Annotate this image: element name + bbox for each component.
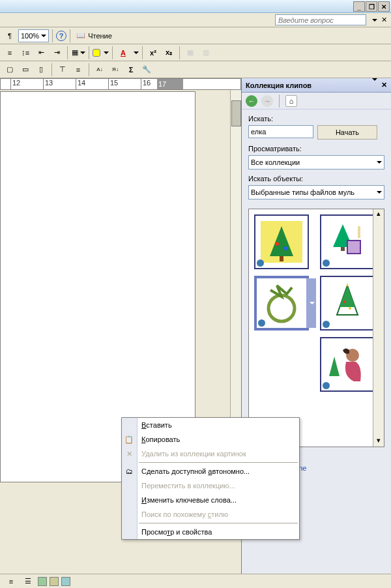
zoom-combo[interactable]: 100% — [18, 29, 49, 42]
superscript-button[interactable]: x² — [146, 46, 160, 60]
browse-select[interactable]: Все коллекции — [248, 155, 384, 169]
bullet-list-button[interactable]: ⫶≡ — [18, 46, 33, 60]
view-web-button[interactable] — [50, 577, 59, 586]
svg-point-13 — [349, 307, 351, 310]
view-draft-button[interactable] — [38, 577, 47, 586]
sort-asc-button[interactable]: А↓ — [93, 63, 107, 77]
numbered-list-button[interactable]: ≡ — [3, 46, 17, 60]
close-help-icon[interactable]: ✕ — [381, 16, 387, 24]
woman-tree-icon — [326, 344, 368, 385]
align-top-button[interactable]: ⊤ — [55, 63, 70, 77]
autosum-button[interactable]: Σ — [124, 63, 138, 77]
clip-item[interactable] — [320, 214, 375, 269]
sort-desc-button[interactable]: Я↓ — [108, 63, 123, 77]
ruler-margin: 17 — [157, 79, 183, 89]
results-area: ▴ ▾ — [248, 209, 384, 447]
menu-properties[interactable]: Просмотр и свойства — [122, 525, 299, 539]
help-button[interactable]: ? — [56, 31, 66, 41]
book-icon: 📖 — [76, 31, 85, 40]
svg-rect-2 — [280, 256, 283, 261]
reading-label: Чтение — [88, 32, 112, 40]
objects-label: Искать объекты: — [248, 175, 384, 183]
horizontal-ruler[interactable]: 12 13 14 15 16 17 — [0, 78, 241, 90]
chevron-down-icon — [377, 191, 382, 194]
ruler-tick: 14 — [76, 79, 85, 89]
tree-decorated-icon — [326, 282, 368, 324]
statusbar: ≡ ☰ — [0, 574, 391, 588]
clip-item[interactable] — [320, 337, 375, 392]
pane-title: Коллекция клипов — [246, 81, 311, 89]
menu-move: Переместить в коллекцию... — [122, 478, 299, 493]
chevron-down-icon[interactable] — [104, 51, 109, 54]
clip-item-selected[interactable] — [254, 276, 309, 331]
standard-toolbar: ¶ 100% ? 📖 Чтение — [0, 27, 391, 44]
ruler-tick: 15 — [108, 79, 118, 89]
svg-point-4 — [283, 246, 287, 250]
objects-select[interactable]: Выбранные типы файлов муль — [248, 185, 384, 199]
clip-dropdown-button[interactable] — [306, 278, 316, 328]
browse-label: Просматривать: — [248, 145, 384, 153]
nav-forward-button[interactable]: → — [261, 95, 273, 107]
pane-close-icon[interactable]: ✕ — [381, 81, 387, 89]
browse-value: Все коллекции — [251, 158, 300, 166]
decrease-indent-button[interactable]: ⇤ — [34, 46, 48, 60]
globe-icon — [257, 259, 264, 267]
menu-insert[interactable]: Вставить — [122, 418, 299, 432]
view-print-button[interactable] — [61, 577, 70, 586]
tree-yellow-icon — [261, 221, 302, 263]
clip-item[interactable] — [254, 214, 309, 269]
view-outline-button[interactable]: ☰ — [21, 574, 35, 589]
svg-marker-14 — [346, 284, 349, 286]
search-button[interactable]: Начать — [317, 125, 377, 140]
insert-table-button[interactable]: ▥ — [199, 46, 213, 60]
distribute-rows-button[interactable]: ≡ — [71, 63, 85, 77]
ruler-tick: 16 — [141, 79, 151, 89]
ruler-tick: 13 — [43, 79, 53, 89]
ornament-icon — [261, 282, 302, 324]
search-input[interactable] — [248, 125, 313, 138]
chevron-down-icon[interactable] — [134, 51, 139, 54]
search-label: Искать: — [248, 115, 384, 123]
pane-menu-icon[interactable] — [372, 78, 377, 89]
increase-indent-button[interactable]: ⇥ — [50, 46, 64, 60]
subscript-button[interactable]: x₂ — [162, 46, 176, 60]
copy-icon: 📋 — [124, 434, 134, 445]
offline-icon: 🗂 — [124, 466, 134, 477]
objects-value: Выбранные типы файлов муль — [251, 188, 355, 196]
svg-rect-8 — [358, 226, 360, 238]
highlight-button[interactable] — [93, 49, 100, 57]
reading-mode-button[interactable]: 📖 Чтение — [74, 29, 115, 43]
view-normal-button[interactable]: ≡ — [4, 574, 18, 589]
svg-point-12 — [343, 301, 346, 303]
clip-context-menu: Вставить 📋 Копировать ✕ Удалить из колле… — [121, 417, 300, 540]
borders-button[interactable]: ▦ — [71, 46, 85, 60]
formula-button[interactable]: 🔧 — [139, 63, 154, 77]
menu-delete: ✕ Удалить из коллекции картинок — [122, 447, 299, 461]
nav-home-button[interactable]: ⌂ — [285, 95, 297, 107]
results-scrollbar[interactable]: ▴ ▾ — [373, 209, 384, 447]
merge-cells-button[interactable]: ▭ — [18, 63, 33, 77]
help-question-input[interactable] — [275, 14, 366, 25]
font-color-button[interactable]: A — [116, 46, 130, 60]
nav-back-button[interactable]: ← — [246, 95, 257, 107]
table-button[interactable]: ▦ — [183, 46, 197, 60]
scroll-thumb[interactable] — [231, 100, 241, 126]
help-dropdown-icon[interactable] — [372, 19, 377, 22]
restore-button[interactable]: ❐ — [366, 1, 377, 12]
menu-offline[interactable]: 🗂 Сделать доступной автономно... — [122, 464, 299, 478]
clip-item[interactable] — [320, 276, 375, 331]
chevron-down-icon — [377, 161, 382, 164]
titlebar: _ ❐ ✕ — [0, 0, 391, 13]
svg-marker-11 — [340, 286, 355, 307]
close-button[interactable]: ✕ — [378, 1, 390, 12]
svg-point-9 — [268, 295, 295, 321]
split-cells-button[interactable]: ▯ — [34, 63, 48, 77]
select-cell-button[interactable]: ▢ — [3, 63, 17, 77]
globe-icon — [323, 321, 330, 328]
paragraph-marks-button[interactable]: ¶ — [3, 29, 17, 43]
menu-keywords[interactable]: Изменить ключевые слова... — [122, 493, 299, 507]
globe-icon — [323, 382, 330, 389]
menu-copy[interactable]: 📋 Копировать — [122, 432, 299, 447]
tree-gifts-icon — [326, 221, 368, 263]
minimize-button[interactable]: _ — [353, 1, 365, 12]
